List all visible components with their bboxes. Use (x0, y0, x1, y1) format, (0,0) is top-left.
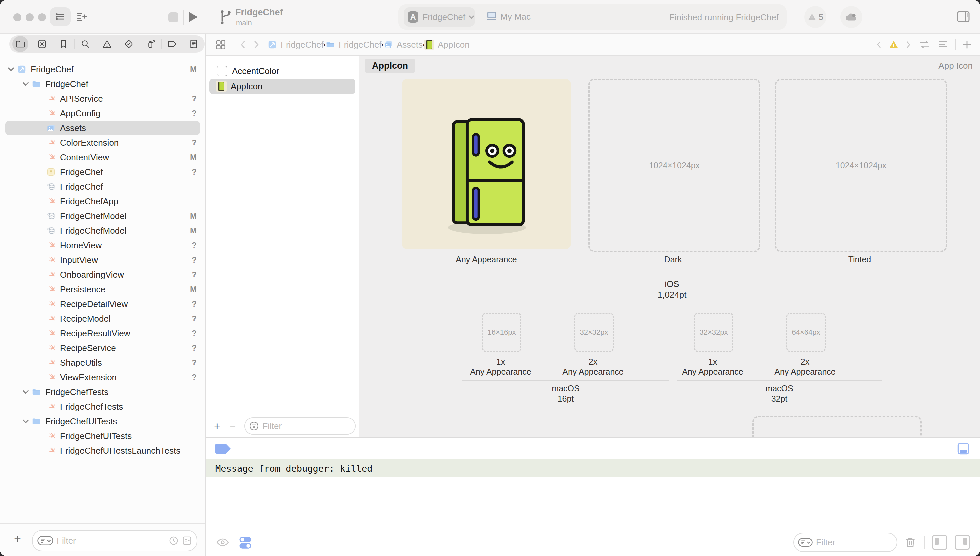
swift-file-icon (45, 94, 57, 103)
file-row-fridgechef[interactable]: FridgeChef (0, 77, 205, 91)
disclosure-chevron-icon[interactable] (6, 66, 16, 73)
warning-issue-icon[interactable] (889, 40, 899, 50)
navigator-tab-source-control[interactable] (31, 36, 53, 53)
asset-item-appicon[interactable]: AppIcon (209, 79, 355, 94)
window-close-button[interactable] (13, 13, 21, 21)
clear-console-trash-icon[interactable] (904, 536, 917, 549)
disclosure-chevron-icon[interactable] (21, 80, 31, 88)
swift-file-icon (45, 314, 57, 324)
file-row-viewextension[interactable]: ViewExtension? (0, 370, 205, 385)
scheme-selector[interactable]: A FridgeChef (404, 7, 475, 27)
appicon-slot-partial[interactable] (752, 416, 922, 437)
appicon-slot-tinted[interactable]: 1024×1024px (775, 79, 947, 252)
branch-name[interactable]: main (236, 19, 252, 27)
related-items-grid-icon[interactable] (215, 39, 227, 51)
file-row-recipeservice[interactable]: RecipeService? (0, 341, 205, 356)
file-row-fridgechefapp[interactable]: FridgeChefApp (0, 194, 205, 208)
navigator-filter-field[interactable] (32, 530, 197, 551)
scm-changes-filter-icon[interactable] (182, 536, 192, 546)
breadcrumb-item-fridgechef[interactable]: FridgeChef (267, 40, 324, 50)
remove-asset-button[interactable]: − (230, 420, 236, 432)
file-row-fridgechef[interactable]: FridgeChef? (0, 165, 205, 179)
asset-filter-input[interactable] (262, 421, 355, 432)
variables-pane-toggle[interactable] (932, 535, 947, 550)
next-issue-icon[interactable] (904, 40, 913, 49)
inspector-toggle-button[interactable] (955, 9, 971, 25)
appicon-slot-dark[interactable]: 1024×1024px (588, 79, 760, 252)
file-row-assets[interactable]: Assets (0, 121, 205, 135)
file-row-fridgechefmodel[interactable]: FridgeChefModelM (0, 208, 205, 223)
navigator-tab-debug[interactable] (140, 36, 161, 53)
run-button[interactable] (189, 12, 198, 22)
window-minimize-button[interactable] (26, 13, 34, 21)
breadcrumb-item-appicon[interactable]: AppIcon (424, 40, 469, 50)
console-pane-toggle[interactable] (955, 535, 970, 550)
navigator-tab-project[interactable] (9, 36, 31, 53)
add-asset-button[interactable]: + (214, 420, 220, 432)
breadcrumb-item-fridgechef[interactable]: FridgeChef (325, 40, 382, 50)
navigator-tab-tests[interactable] (118, 36, 140, 53)
navigator-filter-input[interactable] (56, 535, 169, 546)
console-toggle-button[interactable] (956, 441, 971, 457)
file-row-fridgechef[interactable]: FridgeChefM (0, 62, 205, 77)
file-row-fridgechef[interactable]: FridgeChef (0, 179, 205, 194)
file-row-inputview[interactable]: InputView? (0, 253, 205, 267)
compare-versions-icon[interactable] (918, 39, 932, 51)
variables-view-toggle-icon[interactable] (239, 535, 252, 550)
file-row-recipedetailview[interactable]: RecipeDetailView? (0, 297, 205, 311)
navigator-tab-find[interactable] (74, 36, 96, 53)
previous-issue-icon[interactable] (875, 40, 883, 49)
breadcrumb-item-assets[interactable]: Assets (383, 40, 423, 50)
file-row-fridgechefmodel[interactable]: FridgeChefModelM (0, 223, 205, 238)
navigator-tab-bookmarks[interactable] (53, 36, 74, 53)
file-row-recipemodel[interactable]: RecipeModel? (0, 311, 205, 326)
debug-console[interactable]: Message from debugger: killed (206, 459, 980, 556)
navigator-tab-breakpoints[interactable] (161, 36, 183, 53)
recent-files-clock-icon[interactable] (169, 536, 179, 546)
sidebar-toggle-button[interactable] (50, 7, 71, 26)
file-row-colorextension[interactable]: ColorExtension? (0, 135, 205, 150)
console-filter-field[interactable] (793, 533, 897, 552)
file-row-persistence[interactable]: PersistenceM (0, 282, 205, 297)
project-title[interactable]: FridgeChef (235, 7, 283, 18)
disclosure-chevron-icon[interactable] (21, 388, 31, 396)
file-row-contentview[interactable]: ContentViewM (0, 150, 205, 165)
file-row-fridgecheftests[interactable]: FridgeChefTests (0, 385, 205, 399)
file-row-fridgechefuitests[interactable]: FridgeChefUITests (0, 429, 205, 443)
navigator-tab-reports[interactable] (183, 36, 205, 53)
back-icon[interactable] (238, 40, 248, 50)
appicon-slot-any[interactable] (402, 79, 571, 249)
asset-item-accentcolor[interactable]: AccentColor (209, 63, 355, 79)
issues-indicator[interactable]: 5 (804, 6, 826, 28)
appicon-slot-32×32px-2x[interactable]: 32×32px (574, 313, 614, 352)
appicon-slot-64×64px-2x[interactable]: 64×64px (786, 313, 826, 352)
breakpoint-tag-icon[interactable] (215, 444, 231, 454)
add-file-button[interactable]: + (14, 532, 21, 546)
asset-filter-field[interactable] (244, 417, 356, 435)
add-editor-icon[interactable] (961, 39, 973, 50)
ai-assistant-button[interactable] (75, 10, 89, 24)
file-row-fridgecheftests[interactable]: FridgeChefTests (0, 399, 205, 414)
file-row-fridgechefuitestslaunchtests[interactable]: FridgeChefUITestsLaunchTests (0, 443, 205, 458)
code-review-lines-icon[interactable] (936, 39, 950, 51)
forward-icon[interactable] (251, 40, 262, 50)
window-zoom-button[interactable] (38, 13, 46, 21)
appicon-slot-32×32px-1x[interactable]: 32×32px (694, 313, 733, 352)
file-row-onboardingview[interactable]: OnboardingView? (0, 267, 205, 282)
cloud-status-button[interactable] (840, 6, 862, 28)
appicon-slot-16×16px-1x[interactable]: 16×16px (482, 313, 521, 352)
file-row-homeview[interactable]: HomeView? (0, 238, 205, 253)
editor-section-title[interactable]: AppIcon (365, 59, 415, 73)
file-row-reciperesultview[interactable]: RecipeResultView? (0, 326, 205, 341)
eye-icon[interactable] (216, 537, 229, 548)
macos-size: 16pt (516, 394, 616, 404)
navigator-tab-issues[interactable] (96, 36, 118, 53)
disclosure-chevron-icon[interactable] (21, 418, 31, 425)
file-row-fridgechefuitests[interactable]: FridgeChefUITests (0, 414, 205, 429)
console-filter-input[interactable] (815, 537, 897, 548)
file-row-shapeutils[interactable]: ShapeUtils? (0, 356, 205, 370)
stop-button[interactable] (168, 12, 178, 22)
file-row-appconfig[interactable]: AppConfig? (0, 106, 205, 121)
file-row-apiservice[interactable]: APIService? (0, 91, 205, 106)
destination-selector[interactable] (486, 11, 498, 22)
